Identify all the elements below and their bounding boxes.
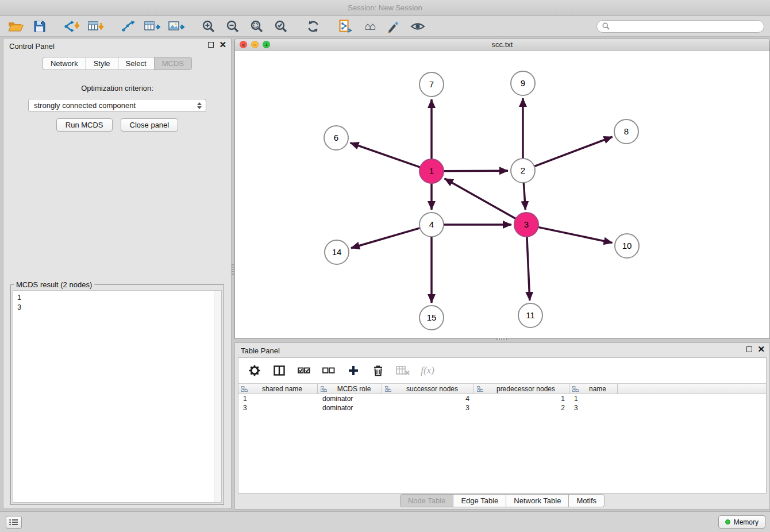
- select-all-button[interactable]: [297, 364, 311, 377]
- graph-edge-3-10[interactable]: [538, 227, 613, 242]
- network-window-titlebar[interactable]: × − + scc.txt: [235, 38, 769, 51]
- show-hide-button[interactable]: [408, 18, 428, 35]
- column-header-predecessor-nodes[interactable]: predecessor nodes: [474, 384, 569, 394]
- result-scrollbar[interactable]: [214, 291, 221, 502]
- graph-node-14[interactable]: 14: [325, 240, 349, 264]
- search-input[interactable]: [613, 22, 759, 30]
- memory-status-icon: [725, 519, 730, 525]
- table-tab-network-table[interactable]: Network Table: [506, 494, 569, 507]
- float-panel-icon[interactable]: [208, 42, 214, 48]
- table-cell: 1: [238, 394, 318, 403]
- layout-group: [303, 18, 323, 35]
- graph-edge-3-11[interactable]: [527, 237, 530, 300]
- traffic-lights: × − +: [240, 41, 270, 48]
- vertical-splitter-grip[interactable]: [232, 264, 234, 275]
- column-type-icon: [241, 386, 248, 392]
- import-table-button[interactable]: [86, 18, 106, 35]
- close-panel-button[interactable]: Close panel: [121, 118, 179, 132]
- network-canvas[interactable]: 7968124314101511: [235, 51, 769, 338]
- mcds-result-list[interactable]: 13: [13, 290, 222, 503]
- export-table-button[interactable]: [143, 18, 162, 35]
- unchecked-boxes-icon: [322, 367, 335, 375]
- graph-edge-1-6[interactable]: [351, 143, 421, 167]
- zoom-window-button[interactable]: +: [263, 41, 270, 48]
- table-tab-edge-table[interactable]: Edge Table: [453, 494, 506, 507]
- graph-edge-3-1[interactable]: [445, 179, 516, 219]
- close-window-button[interactable]: ×: [240, 41, 247, 48]
- save-icon: [33, 20, 46, 33]
- criterion-select[interactable]: strongly connected component: [28, 99, 206, 112]
- graph-node-7[interactable]: 7: [419, 72, 444, 97]
- import-network-button[interactable]: [62, 18, 82, 35]
- graph-edge-2-8[interactable]: [534, 137, 613, 166]
- mcds-result-line: 1: [17, 292, 217, 302]
- table-cell: 2: [474, 403, 569, 413]
- table-row[interactable]: 1dominator411: [238, 394, 766, 403]
- home-view-button[interactable]: ⌂⌂: [360, 18, 379, 35]
- table-row[interactable]: 3dominator323: [238, 403, 766, 413]
- graph-edge-4-14[interactable]: [351, 228, 420, 248]
- network-canvas-svg[interactable]: 7968124314101511: [235, 51, 769, 340]
- tab-select[interactable]: Select: [118, 57, 155, 70]
- graph-node-1[interactable]: 1: [419, 159, 444, 183]
- svg-text:14: 14: [332, 247, 342, 257]
- apply-layout-button[interactable]: [303, 18, 323, 35]
- brush-icon: [387, 20, 401, 33]
- network-from-selection-button[interactable]: [336, 18, 355, 35]
- zoom-in-button[interactable]: [199, 18, 218, 35]
- network-document-icon: [338, 20, 352, 33]
- close-panel-icon[interactable]: ✕: [219, 42, 226, 48]
- graph-node-2[interactable]: 2: [511, 159, 535, 183]
- table-toolbar: f(x): [238, 358, 766, 383]
- column-header-shared-name[interactable]: shared name: [238, 384, 318, 394]
- graph-edge-1-2[interactable]: [444, 171, 508, 171]
- graph-node-4[interactable]: 4: [419, 213, 444, 237]
- run-mcds-button[interactable]: Run MCDS: [56, 118, 113, 132]
- zoom-fit-button[interactable]: [247, 18, 267, 35]
- delete-table-button[interactable]: [396, 364, 410, 377]
- svg-text:8: 8: [624, 126, 629, 136]
- graph-node-6[interactable]: 6: [324, 126, 348, 150]
- export-image-button[interactable]: [167, 18, 186, 35]
- tab-network[interactable]: Network: [43, 57, 86, 70]
- svg-text:2: 2: [521, 165, 525, 175]
- graph-node-10[interactable]: 10: [615, 234, 639, 258]
- column-header-name[interactable]: name: [569, 384, 618, 394]
- table-settings-button[interactable]: [248, 364, 261, 377]
- graph-node-3[interactable]: 3: [514, 213, 538, 237]
- table-cell: 3: [238, 403, 318, 413]
- graph-node-8[interactable]: 8: [614, 119, 638, 144]
- column-visibility-button[interactable]: [272, 364, 286, 377]
- style-brush-button[interactable]: [384, 18, 403, 35]
- tab-mcds[interactable]: MCDS: [154, 57, 192, 70]
- statusbar: Memory: [0, 511, 770, 532]
- save-session-button[interactable]: [30, 18, 49, 35]
- horizontal-splitter-grip[interactable]: [496, 338, 507, 340]
- column-header-mcds-role[interactable]: MCDS role: [318, 384, 382, 394]
- table-tab-motifs[interactable]: Motifs: [568, 494, 605, 507]
- columns-icon: [274, 365, 285, 376]
- memory-button[interactable]: Memory: [718, 515, 765, 529]
- deselect-all-button[interactable]: [322, 364, 336, 377]
- column-header-successor-nodes[interactable]: successor nodes: [382, 384, 474, 394]
- function-builder-button[interactable]: f(x): [421, 364, 434, 377]
- graph-node-9[interactable]: 9: [511, 71, 535, 95]
- graph-edge-2-3[interactable]: [523, 183, 525, 210]
- open-session-button[interactable]: [6, 18, 25, 35]
- zoom-out-button[interactable]: [223, 18, 242, 35]
- search-field[interactable]: [596, 20, 764, 33]
- float-table-panel-icon[interactable]: [746, 346, 752, 352]
- mcds-result-title: MCDS result (2 nodes): [14, 280, 94, 289]
- export-network-button[interactable]: [118, 18, 138, 35]
- tab-style[interactable]: Style: [86, 57, 118, 70]
- fx-icon: f(x): [421, 365, 434, 376]
- graph-node-15[interactable]: 15: [419, 306, 444, 330]
- graph-node-11[interactable]: 11: [518, 303, 542, 327]
- table-tab-node-table[interactable]: Node Table: [400, 494, 454, 507]
- close-table-panel-icon[interactable]: ✕: [757, 346, 765, 352]
- zoom-selected-button[interactable]: [271, 18, 291, 35]
- minimize-window-button[interactable]: −: [251, 41, 259, 48]
- delete-column-button[interactable]: [371, 364, 385, 377]
- task-history-button[interactable]: [6, 516, 22, 529]
- add-column-button[interactable]: [346, 364, 360, 377]
